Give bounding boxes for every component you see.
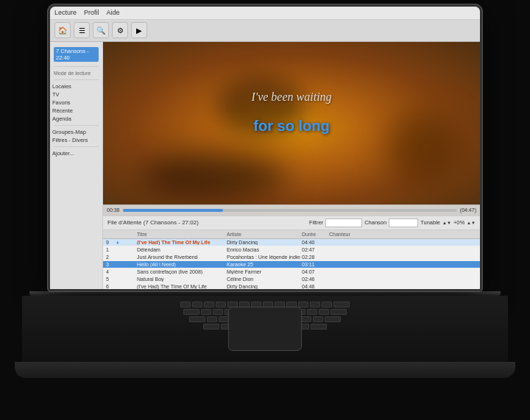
col-status <box>116 232 125 237</box>
tempo-ctrl-label: +0% <box>453 219 464 226</box>
key[interactable] <box>322 302 332 307</box>
key[interactable] <box>207 316 217 322</box>
playlist-filter: Filtrer Chanson Tunable ▲▼ +0% ▲▼ <box>309 218 476 227</box>
col-icon <box>127 232 135 237</box>
row-4-num: 4 <box>106 269 115 274</box>
content-area: (I've Had) The Time Of My Life Dirty Dan… <box>103 42 480 289</box>
row-5-duration: 02:46 <box>302 277 328 282</box>
sidebar-item-agenda[interactable]: Agenda <box>50 115 102 123</box>
menu-profil[interactable]: Profil <box>84 9 99 16</box>
progress-bar-fill <box>123 209 223 212</box>
row-2-singer <box>329 255 373 260</box>
filter-input[interactable] <box>325 218 362 227</box>
row-1-num: 1 <box>106 247 115 252</box>
row-6-artist: Dirty Dancing <box>227 284 300 289</box>
toolbar-btn-search[interactable]: 🔍 <box>93 22 109 38</box>
key[interactable] <box>204 302 214 307</box>
laptop-keyboard <box>22 296 508 362</box>
key[interactable] <box>310 302 320 307</box>
sidebar-item-songs[interactable]: 7 Chansons - 22:40 <box>54 47 99 62</box>
tunable-ctrl-label: Tunable <box>420 219 440 226</box>
col-duration[interactable]: Durée <box>302 232 328 237</box>
sidebar-mode-label: Mode de lecture <box>50 69 102 77</box>
key[interactable] <box>203 324 219 330</box>
row-1-artist: Enrico Macias <box>227 247 300 252</box>
row-6-title: (I've Had) The Time Of My Life <box>137 284 225 289</box>
key[interactable] <box>192 302 202 307</box>
key[interactable] <box>216 302 226 307</box>
key[interactable] <box>325 316 341 322</box>
key[interactable] <box>331 309 347 315</box>
row-5-num: 5 <box>106 277 115 282</box>
laptop-base <box>15 362 515 378</box>
playlist-row-2[interactable]: 2 Just Around the Riverbend Pocahontas :… <box>103 254 480 261</box>
col-artist[interactable]: Artiste <box>227 232 300 237</box>
video-container: (I've Had) The Time Of My Life Dirty Dan… <box>103 42 480 216</box>
toolbar-btn-play[interactable]: ▶ <box>131 22 147 38</box>
screen-content: Lecture Profil Aide 🏠 ☰ 🔍 ⚙ ▶ 7 Chansons… <box>50 7 480 289</box>
col-singer[interactable]: Chanteur <box>329 232 373 237</box>
playlist-table-header: Titre Artiste Durée Chanteur <box>103 230 480 239</box>
filter-label: Filtrer <box>309 219 323 226</box>
sidebar-item-ajouter[interactable]: Ajouter... <box>50 149 102 157</box>
toolbar-btn-list[interactable]: ☰ <box>74 22 90 38</box>
row-1-icon <box>127 247 135 252</box>
row-1-duration: 02:47 <box>302 247 328 252</box>
playlist-row-6[interactable]: 6 (I've Had) The Time Of My Life Dirty D… <box>103 283 480 289</box>
key[interactable] <box>189 316 205 322</box>
menu-lecture[interactable]: Lecture <box>54 9 77 16</box>
key[interactable] <box>180 302 191 307</box>
key[interactable] <box>213 309 223 315</box>
key[interactable] <box>298 302 308 307</box>
row-5-title: Natural Boy <box>137 277 225 282</box>
row-2-duration: 02:28 <box>302 255 328 260</box>
row-2-icon <box>127 255 135 260</box>
playlist-row-5[interactable]: 5 Natural Boy Céline Dion 02:46 <box>103 276 480 283</box>
playlist-row-0[interactable]: 9 ♦ (I've Had) The Time Of My Life Dirty… <box>103 239 480 246</box>
channel-label: Chanson <box>364 219 386 226</box>
row-0-icon <box>127 240 135 245</box>
row-5-icon <box>127 277 135 282</box>
col-title[interactable]: Titre <box>137 232 225 237</box>
row-3-singer <box>329 262 373 267</box>
key[interactable] <box>301 316 311 322</box>
playlist-area: File d'Attente (7 Chansons - 27:02) Filt… <box>103 216 480 289</box>
row-0-singer <box>329 240 373 245</box>
key[interactable] <box>319 309 329 315</box>
toolbar-btn-settings[interactable]: ⚙ <box>112 22 128 38</box>
channel-input[interactable] <box>389 218 418 227</box>
playlist-row-1[interactable]: 1 Délendam Enrico Macias 02:47 <box>103 246 480 254</box>
row-2-artist: Pocahontas : Une légende indienne <box>227 255 300 260</box>
sidebar-item-favoris[interactable]: Favoris <box>50 99 102 107</box>
playlist-title: File d'Attente (7 Chansons - 27:02) <box>107 219 199 226</box>
menu-aide[interactable]: Aide <box>107 9 120 16</box>
row-4-duration: 04:07 <box>302 269 328 274</box>
row-6-num: 6 <box>106 284 115 289</box>
app-menubar: Lecture Profil Aide <box>50 7 480 20</box>
sidebar-item-tv[interactable]: TV <box>50 90 102 99</box>
row-6-singer <box>329 284 373 289</box>
sidebar-divider-4 <box>54 146 99 147</box>
toolbar-btn-home[interactable]: 🏠 <box>54 22 71 38</box>
sidebar-divider-1 <box>54 66 99 67</box>
tunable-ctrl-arrows[interactable]: ▲▼ <box>442 221 451 225</box>
key[interactable] <box>333 302 350 307</box>
tempo-ctrl-arrows[interactable]: ▲▼ <box>467 221 476 225</box>
key[interactable] <box>313 316 323 322</box>
row-5-artist: Céline Dion <box>227 277 300 282</box>
key[interactable] <box>219 316 229 322</box>
sidebar-item-map[interactable]: Groupes-Map <box>50 128 102 136</box>
playlist-row-3[interactable]: 3 Hello (All I Need) Karaoke 25 03:11 <box>103 261 480 268</box>
key[interactable] <box>311 324 327 330</box>
progress-bar[interactable] <box>123 209 457 212</box>
key[interactable] <box>201 309 211 315</box>
row-4-dot <box>116 269 125 274</box>
playlist-row-4[interactable]: 4 Sans contrefaçon (live 2008) Mylène Fa… <box>103 268 480 276</box>
trackpad[interactable] <box>228 307 302 351</box>
sidebar-item-filtres[interactable]: Filtres - Divers <box>50 136 102 144</box>
sidebar-item-locales[interactable]: Locales <box>50 82 102 90</box>
sidebar-item-recente[interactable]: Récente <box>50 107 102 115</box>
row-4-icon <box>127 269 135 274</box>
key[interactable] <box>307 309 317 315</box>
key[interactable] <box>183 309 199 315</box>
